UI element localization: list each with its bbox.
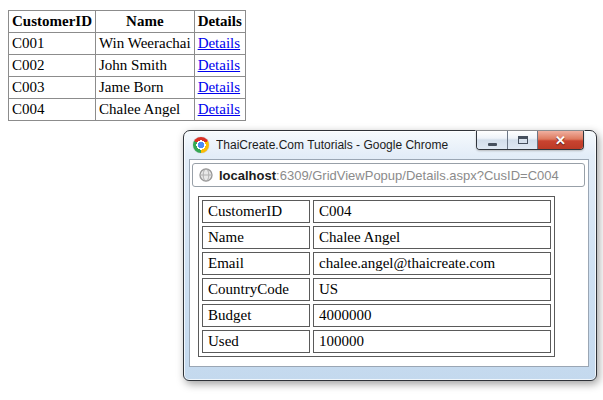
detail-label-cell: CustomerID (202, 200, 310, 223)
close-icon: ✕ (555, 134, 566, 147)
detail-row: Budget 4000000 (202, 304, 551, 327)
customer-name-cell: John Smith (96, 55, 195, 77)
detail-label-cell: Email (202, 252, 310, 275)
customer-name-cell: Win Weerachai (96, 33, 195, 55)
customer-details-cell: Details (194, 55, 245, 77)
customer-id-cell: C001 (9, 33, 96, 55)
header-name: Name (96, 11, 195, 33)
customer-details-cell: Details (194, 33, 245, 55)
chrome-popup-window: ThaiCreate.Com Tutorials - Google Chrome… (183, 130, 597, 381)
detail-label-cell: CountryCode (202, 278, 310, 301)
maximize-icon (518, 136, 528, 144)
customer-id-cell: C002 (9, 55, 96, 77)
customers-header-row: CustomerID Name Details (9, 11, 246, 33)
customer-row: C003 Jame Born Details (9, 77, 246, 99)
detail-value-cell: C004 (313, 200, 551, 223)
detail-row: CountryCode US (202, 278, 551, 301)
chrome-logo-icon (193, 137, 209, 153)
address-bar[interactable]: localhost:6309/GridViewPopup/Details.asp… (192, 163, 585, 187)
detail-row: Email chalee.angel@thaicreate.com (202, 252, 551, 275)
detail-value-cell: 100000 (313, 330, 551, 353)
customer-id-cell: C003 (9, 77, 96, 99)
customer-details-cell: Details (194, 77, 245, 99)
detail-label-cell: Budget (202, 304, 310, 327)
minimize-icon (488, 143, 497, 146)
close-button[interactable]: ✕ (537, 131, 583, 149)
customer-name-cell: Jame Born (96, 77, 195, 99)
details-link[interactable]: Details (198, 79, 241, 95)
header-details: Details (194, 11, 245, 33)
desktop-page: CustomerID Name Details C001 Win Weerach… (0, 0, 603, 400)
customers-table: CustomerID Name Details C001 Win Weerach… (8, 10, 246, 121)
window-controls: ✕ (476, 131, 584, 150)
customer-name-cell: Chalee Angel (96, 99, 195, 121)
url-host: localhost (219, 168, 276, 183)
details-link[interactable]: Details (198, 101, 241, 117)
minimize-button[interactable] (477, 131, 507, 149)
detail-value-cell: Chalee Angel (313, 226, 551, 249)
url-path: :6309/GridViewPopup/Details.aspx?CusID=C… (276, 168, 559, 183)
window-client-area: localhost:6309/GridViewPopup/Details.asp… (189, 159, 589, 367)
maximize-button[interactable] (507, 131, 537, 149)
detail-row: CustomerID C004 (202, 200, 551, 223)
detail-row: Name Chalee Angel (202, 226, 551, 249)
details-link[interactable]: Details (198, 57, 241, 73)
customer-details-cell: Details (194, 99, 245, 121)
detail-value-cell: US (313, 278, 551, 301)
customer-row: C002 John Smith Details (9, 55, 246, 77)
detail-label-cell: Used (202, 330, 310, 353)
detail-value-cell: chalee.angel@thaicreate.com (313, 252, 551, 275)
customer-row: C004 Chalee Angel Details (9, 99, 246, 121)
detail-label-cell: Name (202, 226, 310, 249)
details-link[interactable]: Details (198, 35, 241, 51)
globe-icon[interactable] (199, 168, 213, 182)
header-customer-id: CustomerID (9, 11, 96, 33)
detail-row: Used 100000 (202, 330, 551, 353)
detail-value-cell: 4000000 (313, 304, 551, 327)
customer-row: C001 Win Weerachai Details (9, 33, 246, 55)
customer-details-table: CustomerID C004 Name Chalee Angel Email … (198, 196, 555, 357)
customer-id-cell: C004 (9, 99, 96, 121)
url-text: localhost:6309/GridViewPopup/Details.asp… (219, 168, 559, 183)
